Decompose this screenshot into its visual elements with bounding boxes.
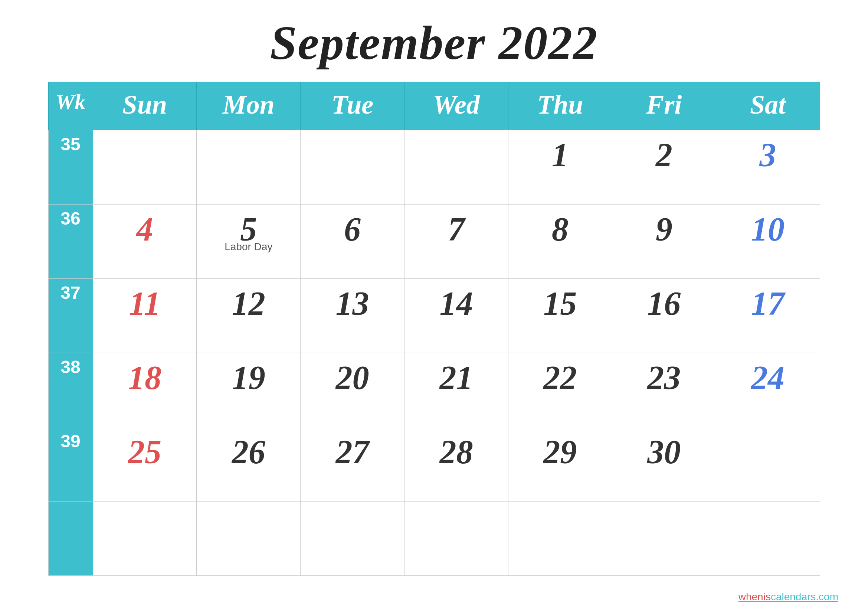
day-number-26: 26: [204, 433, 293, 471]
calendar-title: September 2022: [48, 15, 820, 71]
day-cell-empty: [612, 501, 716, 576]
week-row-2: 3645Labor Day678910: [48, 205, 820, 279]
day-number-20: 20: [308, 358, 397, 397]
day-cell-17: 17: [716, 279, 820, 353]
day-cell-10: 10: [716, 205, 820, 279]
day-cell-25: 25: [93, 427, 197, 501]
day-number-21: 21: [412, 358, 501, 397]
day-cell-empty: [716, 501, 820, 576]
header-fri: Fri: [612, 82, 716, 130]
week-num-38: 38: [48, 353, 93, 427]
header-tue: Tue: [301, 82, 405, 130]
day-cell-15: 15: [508, 279, 612, 353]
header-row: Wk Sun Mon Tue Wed Thu Fri Sat: [48, 82, 820, 130]
day-cell-13: 13: [301, 279, 405, 353]
day-cell-21: 21: [405, 353, 508, 427]
day-number-18: 18: [101, 358, 189, 397]
day-cell-empty: [405, 501, 508, 576]
day-cell-12: 12: [197, 279, 301, 353]
day-cell-empty: [93, 130, 197, 205]
day-cell-empty: [197, 130, 301, 205]
calendar-body: 351233645Labor Day6789103711121314151617…: [48, 130, 820, 576]
day-cell-6: 6: [301, 205, 405, 279]
day-cell-20: 20: [301, 353, 405, 427]
day-number-17: 17: [724, 284, 812, 323]
day-number-13: 13: [308, 284, 397, 323]
day-cell-18: 18: [93, 353, 197, 427]
day-number-4: 4: [101, 210, 189, 248]
wk-header: Wk: [48, 82, 93, 130]
week-row-5: 39252627282930: [48, 427, 820, 501]
day-cell-3: 3: [716, 130, 820, 205]
day-number-25: 25: [101, 433, 189, 471]
week-num-39: 39: [48, 427, 93, 501]
day-cell-empty: [93, 501, 197, 576]
footer: wheniscalendars.com: [738, 591, 838, 603]
day-cell-1: 1: [508, 130, 612, 205]
day-number-24: 24: [724, 358, 812, 397]
calendar-container: September 2022 Wk Sun Mon Tue Wed Thu Fr…: [26, 0, 842, 591]
day-cell-empty: [301, 501, 405, 576]
day-number-9: 9: [620, 210, 708, 248]
header-thu: Thu: [508, 82, 612, 130]
week-row-4: 3818192021222324: [48, 353, 820, 427]
day-cell-empty: [716, 427, 820, 501]
day-number-2: 2: [620, 136, 708, 174]
day-number-15: 15: [516, 284, 604, 323]
header-sat: Sat: [716, 82, 820, 130]
day-number-3: 3: [724, 136, 812, 174]
day-number-8: 8: [516, 210, 604, 248]
week-row-6: [48, 501, 820, 576]
week-row-3: 3711121314151617: [48, 279, 820, 353]
day-cell-9: 9: [612, 205, 716, 279]
header-wed: Wed: [405, 82, 508, 130]
day-number-27: 27: [308, 433, 397, 471]
day-cell-4: 4: [93, 205, 197, 279]
footer-text-when: whenis: [738, 591, 771, 603]
day-cell-2: 2: [612, 130, 716, 205]
day-cell-5: 5Labor Day: [197, 205, 301, 279]
calendar-table: Wk Sun Mon Tue Wed Thu Fri Sat 351233645…: [48, 82, 820, 576]
day-cell-empty: [405, 130, 508, 205]
holiday-label: Labor Day: [204, 241, 293, 253]
day-cell-29: 29: [508, 427, 612, 501]
day-cell-14: 14: [405, 279, 508, 353]
day-number-11: 11: [101, 284, 189, 323]
week-num-35: 35: [48, 130, 93, 205]
day-cell-22: 22: [508, 353, 612, 427]
week-row-1: 35123: [48, 130, 820, 205]
day-cell-23: 23: [612, 353, 716, 427]
day-number-12: 12: [204, 284, 293, 323]
day-cell-19: 19: [197, 353, 301, 427]
day-number-16: 16: [620, 284, 708, 323]
header-mon: Mon: [197, 82, 301, 130]
day-number-30: 30: [620, 433, 708, 471]
day-number-22: 22: [516, 358, 604, 397]
day-number-14: 14: [412, 284, 501, 323]
day-number-23: 23: [620, 358, 708, 397]
week-num-37: 37: [48, 279, 93, 353]
day-cell-24: 24: [716, 353, 820, 427]
footer-text-calendars: calendars.com: [771, 591, 838, 603]
day-cell-7: 7: [405, 205, 508, 279]
day-cell-8: 8: [508, 205, 612, 279]
day-number-1: 1: [516, 136, 604, 174]
day-number-10: 10: [724, 210, 812, 248]
day-number-6: 6: [308, 210, 397, 248]
day-cell-16: 16: [612, 279, 716, 353]
header-sun: Sun: [93, 82, 197, 130]
footer-link[interactable]: wheniscalendars.com: [738, 591, 838, 603]
day-number-29: 29: [516, 433, 604, 471]
week-num-: [48, 501, 93, 576]
day-number-28: 28: [412, 433, 501, 471]
day-number-7: 7: [412, 210, 501, 248]
day-cell-27: 27: [301, 427, 405, 501]
day-cell-empty: [301, 130, 405, 205]
day-cell-empty: [508, 501, 612, 576]
day-cell-26: 26: [197, 427, 301, 501]
day-cell-28: 28: [405, 427, 508, 501]
day-cell-11: 11: [93, 279, 197, 353]
week-num-36: 36: [48, 205, 93, 279]
day-number-19: 19: [204, 358, 293, 397]
day-cell-empty: [197, 501, 301, 576]
